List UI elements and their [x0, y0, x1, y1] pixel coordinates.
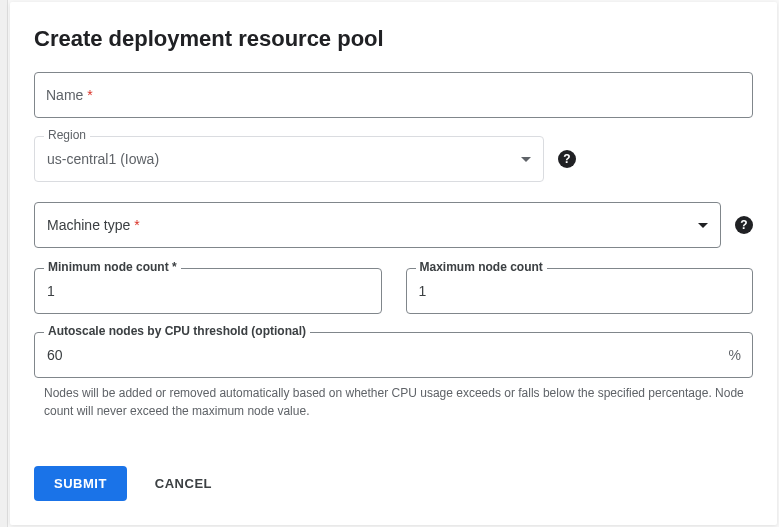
- dialog-title: Create deployment resource pool: [34, 26, 753, 52]
- machine-type-select[interactable]: Machine type *: [34, 202, 721, 248]
- cancel-button[interactable]: CANCEL: [155, 476, 212, 491]
- button-row: SUBMIT CANCEL: [34, 450, 753, 501]
- machine-type-label: Machine type *: [47, 217, 140, 233]
- name-input[interactable]: [34, 72, 753, 118]
- submit-button[interactable]: SUBMIT: [34, 466, 127, 501]
- autoscale-wrapper: Autoscale nodes by CPU threshold (option…: [34, 332, 753, 378]
- autoscale-helper-text: Nodes will be added or removed automatic…: [34, 384, 753, 420]
- max-nodes-wrapper: Maximum node count: [406, 268, 754, 314]
- background-strip: [0, 0, 8, 527]
- max-nodes-label: Maximum node count: [416, 260, 547, 274]
- create-pool-dialog: Create deployment resource pool Name * R…: [10, 2, 777, 525]
- machine-type-help-icon[interactable]: ?: [735, 216, 753, 234]
- machine-type-wrapper: Machine type *: [34, 202, 721, 248]
- name-field-wrapper: Name *: [34, 72, 753, 118]
- form-container: Name * Region us-central1 (Iowa) ? Machi…: [34, 72, 753, 450]
- region-select[interactable]: us-central1 (Iowa): [34, 136, 544, 182]
- node-count-row: Minimum node count * Maximum node count: [34, 268, 753, 314]
- region-help-icon[interactable]: ?: [558, 150, 576, 168]
- region-row: Region us-central1 (Iowa) ?: [34, 136, 753, 182]
- region-field-wrapper: Region us-central1 (Iowa): [34, 136, 544, 182]
- min-nodes-wrapper: Minimum node count *: [34, 268, 382, 314]
- machine-type-row: Machine type * ?: [34, 202, 753, 248]
- autoscale-input[interactable]: [34, 332, 753, 378]
- max-nodes-input[interactable]: [406, 268, 754, 314]
- chevron-down-icon: [698, 223, 708, 228]
- chevron-down-icon: [521, 157, 531, 162]
- autoscale-label: Autoscale nodes by CPU threshold (option…: [44, 324, 310, 338]
- region-label: Region: [44, 128, 90, 142]
- min-nodes-input[interactable]: [34, 268, 382, 314]
- min-nodes-label: Minimum node count *: [44, 260, 181, 274]
- region-value: us-central1 (Iowa): [47, 151, 159, 167]
